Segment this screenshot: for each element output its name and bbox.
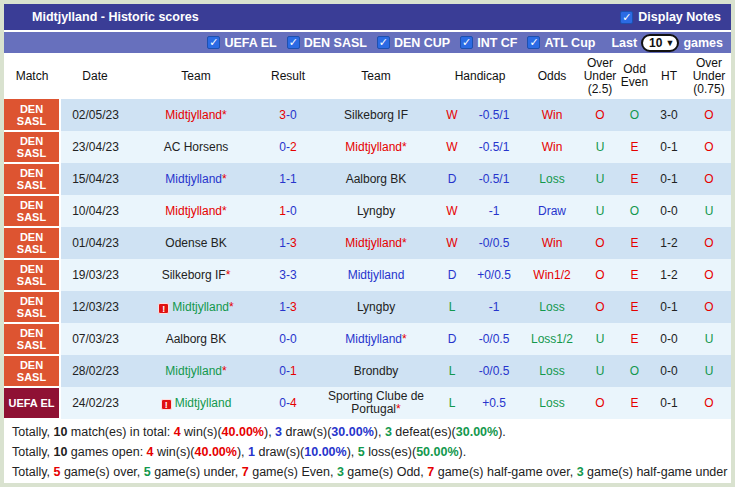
over-under-075-cell: O <box>687 259 731 291</box>
league-badge: DEN SASL <box>4 99 60 131</box>
away-team-name: Midtjylland <box>345 332 402 346</box>
away-team-cell: Lyngby <box>314 195 438 227</box>
filter-bar: ✓UEFA EL✓DEN SASL✓DEN CUP✓INT CF✓ATL Cup… <box>4 32 731 53</box>
summary-segment: loss(es)( <box>365 445 416 459</box>
table-row: UEFA EL24/02/23!Midtjylland0-4Sporting C… <box>4 387 731 419</box>
odds-cell: Win1/2 <box>522 259 582 291</box>
home-team-cell: !Midtjylland* <box>130 291 262 323</box>
summary-segment: 3 <box>385 425 392 439</box>
home-score: 1 <box>279 300 286 314</box>
home-team-name: Aalborg BK <box>166 332 227 346</box>
summary-segment: Totally, <box>12 445 53 459</box>
summary-segment: game(s) under, <box>151 465 242 479</box>
checkbox-den-sasl[interactable]: ✓ <box>287 36 300 49</box>
summary-segment: 5 <box>144 465 151 479</box>
summary-segment: 40.00% <box>195 445 237 459</box>
away-team-star: * <box>396 402 401 416</box>
table-row: DEN SASL23/04/23AC Horsens0-2Midtjylland… <box>4 131 731 163</box>
date-cell: 28/02/23 <box>60 355 130 387</box>
away-team-name: Brondby <box>354 364 399 378</box>
away-score: 3 <box>290 268 297 282</box>
summary-segment: win(s)( <box>154 445 195 459</box>
summary-segment: defeat(es)( <box>392 425 456 439</box>
away-team-name: Aalborg BK <box>346 172 407 186</box>
summary-segment: ), <box>347 445 358 459</box>
odds-cell: Loss <box>522 387 582 419</box>
display-notes-checkbox[interactable]: ✓ <box>620 11 633 24</box>
handicap-cell: -0.5/1 <box>466 163 522 195</box>
col-match: Match <box>4 53 60 99</box>
over-under-25-cell: O <box>582 227 618 259</box>
handicap-cell: +0.5 <box>466 387 522 419</box>
home-team-name: Midtjylland <box>165 204 222 218</box>
filter-label: INT CF <box>477 36 517 50</box>
checkbox-int-cf[interactable]: ✓ <box>460 36 473 49</box>
checkbox-uefa-el[interactable]: ✓ <box>207 36 220 49</box>
home-team-star: * <box>222 172 227 186</box>
home-team-name: Midtjylland <box>165 108 222 122</box>
away-team-cell: Silkeborg IF <box>314 99 438 131</box>
checkbox-atl-cup[interactable]: ✓ <box>527 36 540 49</box>
home-team-name: Midtjylland <box>175 396 232 410</box>
away-team-star: * <box>402 236 407 250</box>
away-team-name: Lyngby <box>357 300 395 314</box>
date-cell: 19/03/23 <box>60 259 130 291</box>
over-under-075-cell: O <box>687 131 731 163</box>
over-under-075-cell: U <box>687 195 731 227</box>
home-team-star: * <box>222 364 227 378</box>
summary-segment: Totally, <box>12 465 53 479</box>
home-score: 1 <box>279 204 286 218</box>
away-score: 3 <box>290 300 297 314</box>
league-badge: DEN SASL <box>4 323 60 355</box>
away-team-name: Lyngby <box>357 204 395 218</box>
wdl-cell: L <box>438 291 466 323</box>
home-team-cell: Aalborg BK <box>130 323 262 355</box>
result-cell: 0-2 <box>262 131 314 163</box>
away-team-star: * <box>402 332 407 346</box>
summary-segment: match(es) in total: <box>67 425 173 439</box>
col-odd-even: Odd Even <box>618 53 651 99</box>
odds-cell: Loss <box>522 291 582 323</box>
col-result: Result <box>262 53 314 99</box>
summary-segment: 10.00% <box>304 445 346 459</box>
filter-item-int-cf: ✓INT CF <box>460 36 517 50</box>
date-cell: 15/04/23 <box>60 163 130 195</box>
last-games-select[interactable]: 10 ▼ <box>641 34 679 52</box>
summary-line: Totally, 5 game(s) over, 5 game(s) under… <box>12 465 731 480</box>
home-team-cell: Midtjylland* <box>130 163 262 195</box>
away-score: 1 <box>290 364 297 378</box>
summary-segment: 10 <box>53 425 67 439</box>
wdl-cell: D <box>438 323 466 355</box>
home-team-star: * <box>222 204 227 218</box>
over-under-075-cell: O <box>687 387 731 419</box>
red-card-icon: ! <box>161 399 172 410</box>
home-team-cell: Midtjylland* <box>130 99 262 131</box>
home-team-name: Silkeborg IF <box>162 268 226 282</box>
wdl-cell: D <box>438 163 466 195</box>
league-badge: UEFA EL <box>4 387 60 419</box>
date-cell: 12/03/23 <box>60 291 130 323</box>
home-team-name: AC Horsens <box>164 140 229 154</box>
away-team-cell: Aalborg BK <box>314 163 438 195</box>
over-under-25-cell: U <box>582 355 618 387</box>
over-under-25-cell: O <box>582 291 618 323</box>
over-under-075-cell: O <box>687 163 731 195</box>
date-cell: 23/04/23 <box>60 131 130 163</box>
away-team-cell: Midtjylland* <box>314 131 438 163</box>
last-games-value: 10 <box>649 36 662 50</box>
ht-cell: 0-1 <box>651 163 687 195</box>
table-row: DEN SASL01/04/23Odense BK1-3Midtjylland*… <box>4 227 731 259</box>
checkbox-den-cup[interactable]: ✓ <box>377 36 390 49</box>
summary-segment: games open: <box>67 445 146 459</box>
odd-even-cell: O <box>618 99 651 131</box>
summary-segment: win(s)( <box>181 425 222 439</box>
filter-label: ATL Cup <box>544 36 595 50</box>
matches-table: Match Date Team Result Team Handicap Odd… <box>4 53 731 420</box>
home-team-cell: Midtjylland* <box>130 355 262 387</box>
wdl-cell: W <box>438 195 466 227</box>
date-cell: 07/03/23 <box>60 323 130 355</box>
odd-even-cell: E <box>618 387 651 419</box>
odd-even-cell: O <box>618 195 651 227</box>
summary-segment: 4 <box>174 425 181 439</box>
ht-cell: 0-0 <box>651 355 687 387</box>
